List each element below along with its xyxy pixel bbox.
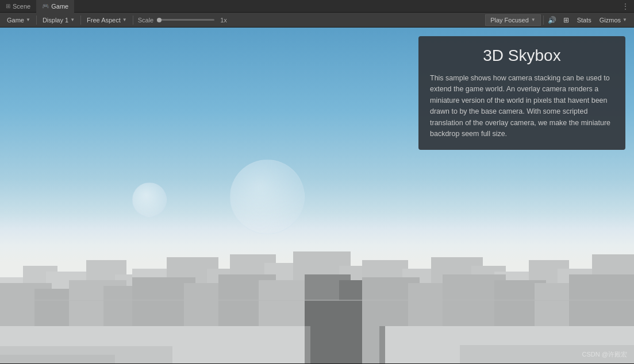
watermark-text: CSDN @许殿宏 (582, 351, 627, 358)
game-label: Game (7, 17, 24, 24)
tab-scene[interactable]: ⊞ Scene (0, 0, 36, 13)
game-icon: 🎮 (42, 3, 49, 9)
audio-icon: 🔊 (548, 16, 556, 24)
display-dropdown-arrow: ▼ (70, 17, 75, 22)
scale-thumb (157, 18, 162, 22)
info-panel-title: 3D Skybox (430, 47, 614, 65)
play-focused-button[interactable]: Play Focused ▼ (485, 14, 541, 26)
gizmos-label: Gizmos (600, 17, 621, 24)
aspect-dropdown-arrow: ▼ (122, 17, 127, 22)
aspect-label: Free Aspect (87, 17, 121, 24)
ground-container (0, 185, 634, 363)
game-viewport: 3D Skybox This sample shows how camera s… (0, 28, 634, 363)
scene-icon: ⊞ (6, 3, 10, 9)
info-panel-description: This sample shows how camera stacking ca… (430, 73, 614, 140)
game-dropdown-arrow: ▼ (26, 17, 30, 22)
overflow-icon: ⋮ (621, 2, 629, 11)
svg-rect-40 (305, 326, 310, 363)
toolbar-divider-3 (133, 16, 133, 25)
game-dropdown[interactable]: Game ▼ (3, 14, 34, 26)
stats-label: Stats (577, 17, 591, 24)
stats-button[interactable]: Stats (574, 14, 595, 26)
city-svg (0, 185, 634, 363)
play-focused-label: Play Focused (490, 17, 529, 24)
gizmos-button[interactable]: Gizmos ▼ (596, 14, 631, 26)
toolbar-divider-4 (543, 16, 544, 25)
tab-bar: ⊞ Scene 🎮 Game ⋮ (0, 0, 634, 13)
tab-game-label: Game (51, 3, 68, 10)
watermark: CSDN @许殿宏 (582, 350, 627, 359)
grid-icon: ⊞ (563, 16, 569, 24)
play-focused-arrow: ▼ (531, 17, 536, 22)
toolbar-divider-1 (36, 16, 37, 25)
scale-value: 1x (220, 17, 227, 24)
game-toolbar: Game ▼ Display 1 ▼ Free Aspect ▼ Scale 1… (0, 13, 634, 28)
scale-label: Scale (138, 17, 154, 24)
grid-button[interactable]: ⊞ (560, 14, 572, 26)
display-dropdown[interactable]: Display 1 ▼ (39, 14, 78, 26)
audio-button[interactable]: 🔊 (546, 14, 559, 26)
info-panel: 3D Skybox This sample shows how camera s… (418, 36, 625, 150)
scale-slider[interactable] (157, 19, 214, 21)
aspect-dropdown[interactable]: Free Aspect ▼ (83, 14, 130, 26)
gizmos-arrow: ▼ (623, 17, 627, 22)
svg-rect-41 (379, 326, 385, 363)
tab-overflow-button[interactable]: ⋮ (617, 2, 634, 11)
tab-game[interactable]: 🎮 Game (36, 0, 74, 13)
toolbar-divider-2 (80, 16, 81, 25)
tab-scene-label: Scene (13, 3, 30, 10)
display-label: Display 1 (43, 17, 68, 24)
svg-rect-43 (0, 355, 115, 363)
